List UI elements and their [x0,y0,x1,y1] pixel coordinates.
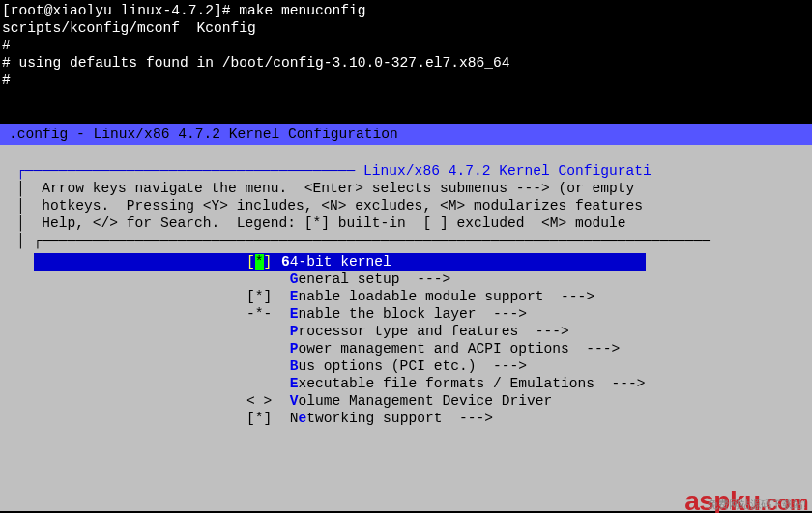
prompt-line[interactable]: [root@xiaolyu linux-4.7.2]# make menucon… [2,2,810,19]
menu-item-64bit-kernel[interactable]: [*] 64-bit kernel [34,253,646,271]
watermark-subtitle: 免费网站源码下载站! [708,496,806,513]
menu-item-networking[interactable]: [*] Networking support ---> [34,410,646,427]
menuconfig-body: ┌───────────────────────────────────────… [0,145,812,511]
menu-item-power-mgmt[interactable]: Power management and ACPI options ---> [34,340,646,357]
instructions-line-3: │ Help, </> for Search. Legend: [*] buil… [0,214,812,232]
term-hash-2: # [2,71,810,89]
menu-item-loadable-module[interactable]: [*] Enable loadable module support ---> [34,288,646,305]
term-line-1: scripts/kconfig/mconf Kconfig [2,19,810,37]
dialog-title: Linux/x86 4.7.2 Kernel Configurati [363,163,652,179]
menu-item-exec-formats[interactable]: Executable file formats / Emulations ---… [34,375,646,392]
menu-item-processor-type[interactable]: Processor type and features ---> [34,323,646,340]
term-line-2: # using defaults found in /boot/config-3… [2,54,810,71]
menu-item-block-layer[interactable]: -*- Enable the block layer ---> [34,305,646,323]
instructions-line-2: │ hotkeys. Pressing <Y> includes, <N> ex… [0,197,812,214]
term-hash-1: # [2,37,810,54]
menu-item-bus-options[interactable]: Bus options (PCI etc.) ---> [34,357,646,375]
menuconfig-titlebar: .config - Linux/x86 4.7.2 Kernel Configu… [0,124,812,145]
dialog-title-rule: ┌───────────────────────────────────────… [0,162,812,180]
instructions-line-1: │ Arrow keys navigate the menu. <Enter> … [0,180,812,197]
menu-list[interactable]: [*] 64-bit kernel General setup ---> [*]… [34,253,646,427]
menu-item-general-setup[interactable]: General setup ---> [34,271,646,288]
inner-box-top: │ ┌─────────────────────────────────────… [0,232,812,249]
terminal-output: [root@xiaolyu linux-4.7.2]# make menucon… [0,0,812,124]
titlebar-text: .config - Linux/x86 4.7.2 Kernel Configu… [9,126,398,143]
menu-item-volume-mgmt[interactable]: < > Volume Management Device Driver [34,392,646,410]
